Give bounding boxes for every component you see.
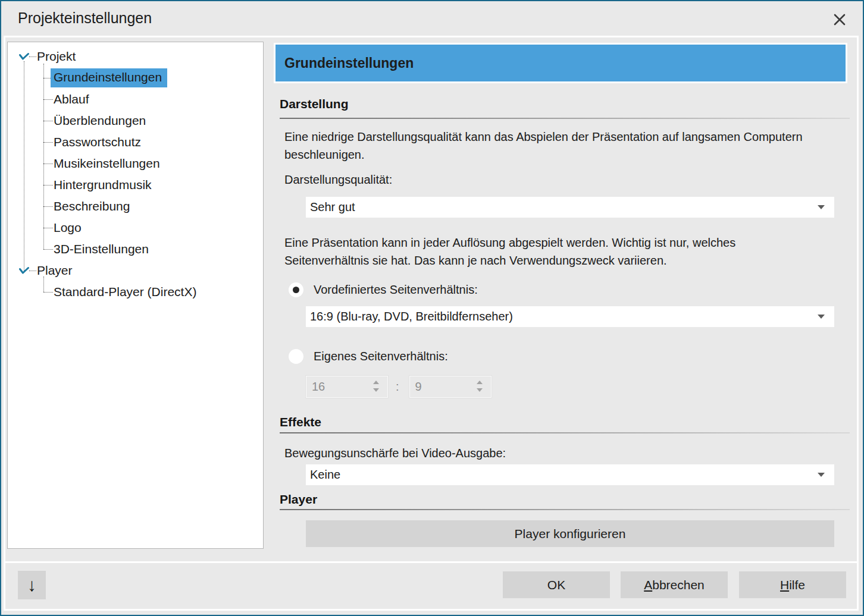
sidebar-item-label: Player bbox=[37, 263, 73, 278]
section-heading-effekte: Effekte bbox=[280, 415, 321, 429]
ratio-separator: : bbox=[396, 380, 399, 394]
predefined-aspect-radio[interactable] bbox=[289, 282, 303, 297]
predefined-aspect-radio-row: Vordefiniertes Seitenverhältnis: bbox=[289, 282, 478, 297]
help-accesskey: H bbox=[780, 578, 789, 592]
sidebar-item-projekt[interactable]: Projekt bbox=[8, 46, 263, 67]
sidebar-item-logo[interactable]: Logo bbox=[8, 217, 263, 238]
close-button[interactable] bbox=[831, 11, 849, 29]
expander-icon[interactable] bbox=[19, 52, 29, 61]
cancel-label-rest: bbrechen bbox=[652, 578, 705, 592]
aspect-ratio-dropdown-value: 16:9 (Blu-ray, DVD, Breitbildfernseher) bbox=[310, 310, 513, 323]
panel-header-title: Grundeinstellungen bbox=[284, 55, 414, 71]
main-frame: Projekt Grundeinstellungen Ablauf Überbl… bbox=[4, 36, 859, 611]
sidebar-item-musikeinstellungen[interactable]: Musikeinstellungen bbox=[8, 153, 263, 174]
panel-header: Grundeinstellungen bbox=[274, 43, 847, 83]
ratio-height-value: 9 bbox=[415, 380, 422, 394]
ratio-width-value: 16 bbox=[312, 380, 325, 394]
sidebar-item-label: Ablauf bbox=[54, 92, 89, 106]
help-label-rest: ilfe bbox=[789, 578, 805, 592]
sidebar-item-label: Überblendungen bbox=[54, 114, 146, 128]
quality-dropdown[interactable]: Sehr gut bbox=[306, 197, 834, 218]
sidebar-item-label: Passwortschutz bbox=[54, 135, 141, 149]
dropdown-arrow-icon bbox=[818, 205, 825, 209]
sidebar-item-label: Hintergrundmusik bbox=[54, 178, 152, 192]
content-area: Projekt Grundeinstellungen Ablauf Überbl… bbox=[5, 37, 857, 561]
motion-blur-dropdown-value: Keine bbox=[310, 468, 340, 482]
sidebar-item-passwortschutz[interactable]: Passwortschutz bbox=[8, 131, 263, 153]
scroll-down-button[interactable]: ↓ bbox=[18, 571, 46, 599]
aspect-description: Eine Präsentation kann in jeder Auflösun… bbox=[284, 234, 805, 269]
ratio-width-stepper[interactable]: 16 bbox=[306, 376, 388, 398]
sidebar-item-grundeinstellungen[interactable]: Grundeinstellungen bbox=[8, 67, 263, 89]
section-divider bbox=[280, 509, 850, 510]
motion-blur-label: Bewegungsunschärfe bei Video-Ausgabe: bbox=[284, 447, 506, 460]
dialog-title: Projekteinstellungen bbox=[18, 10, 152, 27]
motion-blur-dropdown[interactable]: Keine bbox=[306, 464, 834, 485]
spin-up-icon[interactable] bbox=[373, 381, 379, 384]
sidebar-item-standard-player-directx[interactable]: Standard-Player (DirectX) bbox=[8, 281, 263, 303]
settings-tree-panel: Projekt Grundeinstellungen Ablauf Überbl… bbox=[7, 42, 264, 549]
section-heading-darstellung: Darstellung bbox=[280, 97, 349, 111]
sidebar-item-beschreibung[interactable]: Beschreibung bbox=[8, 196, 263, 217]
help-button[interactable]: Hilfe bbox=[739, 571, 846, 598]
dropdown-arrow-icon bbox=[818, 315, 825, 319]
close-icon bbox=[832, 12, 847, 27]
project-settings-dialog: Projekteinstellungen bbox=[0, 0, 864, 616]
sidebar-item-ueberblendungen[interactable]: Überblendungen bbox=[8, 110, 263, 131]
footer-bar: ↓ OK Abbrechen Hilfe bbox=[5, 561, 857, 609]
custom-aspect-radio-row: Eigenes Seitenverhältnis: bbox=[289, 348, 448, 364]
sidebar-item-label: Beschreibung bbox=[54, 199, 130, 213]
sidebar-item-player[interactable]: Player bbox=[8, 260, 263, 281]
configure-player-button[interactable]: Player konfigurieren bbox=[306, 520, 834, 547]
custom-aspect-radio[interactable] bbox=[289, 349, 303, 364]
section-divider bbox=[280, 432, 850, 433]
sidebar-item-ablauf[interactable]: Ablauf bbox=[8, 89, 263, 110]
sidebar-item-label: 3D-Einstellungen bbox=[54, 242, 149, 256]
quality-label: Darstellungsqualität: bbox=[284, 173, 392, 187]
sidebar-item-label: Musikeinstellungen bbox=[54, 156, 160, 171]
sidebar-item-label: Logo bbox=[54, 221, 82, 235]
settings-panel: Grundeinstellungen Darstellung Eine nied… bbox=[274, 37, 856, 561]
quality-dropdown-value: Sehr gut bbox=[310, 200, 355, 214]
section-heading-player: Player bbox=[280, 492, 317, 507]
dropdown-arrow-icon bbox=[818, 473, 825, 477]
stepper-arrows bbox=[477, 381, 483, 392]
expander-icon[interactable] bbox=[19, 266, 29, 275]
sidebar-item-label: Standard-Player (DirectX) bbox=[54, 285, 196, 299]
sidebar-item-label: Projekt bbox=[37, 49, 76, 64]
cancel-accesskey: A bbox=[644, 578, 652, 592]
down-arrow-icon: ↓ bbox=[27, 575, 36, 595]
custom-aspect-label[interactable]: Eigenes Seitenverhältnis: bbox=[314, 350, 448, 363]
ratio-height-stepper[interactable]: 9 bbox=[409, 376, 492, 398]
aspect-ratio-dropdown[interactable]: 16:9 (Blu-ray, DVD, Breitbildfernseher) bbox=[306, 306, 834, 327]
spin-down-icon[interactable] bbox=[373, 388, 379, 392]
cancel-button[interactable]: Abbrechen bbox=[621, 571, 728, 598]
section-divider bbox=[280, 118, 850, 119]
sidebar-item-3d-einstellungen[interactable]: 3D-Einstellungen bbox=[8, 238, 263, 260]
title-bar: Projekteinstellungen bbox=[1, 1, 863, 36]
quality-description: Eine niedrige Darstellungsqualität kann … bbox=[284, 128, 805, 164]
sidebar-item-hintergrundmusik[interactable]: Hintergrundmusik bbox=[8, 174, 263, 196]
sidebar-item-label-selected: Grundeinstellungen bbox=[51, 68, 167, 87]
spin-down-icon[interactable] bbox=[477, 388, 483, 392]
spin-up-icon[interactable] bbox=[477, 381, 483, 384]
custom-ratio-inputs: 16 : 9 bbox=[306, 376, 492, 398]
stepper-arrows bbox=[373, 381, 379, 392]
predefined-aspect-label[interactable]: Vordefiniertes Seitenverhältnis: bbox=[314, 283, 478, 297]
ok-button[interactable]: OK bbox=[503, 571, 610, 598]
